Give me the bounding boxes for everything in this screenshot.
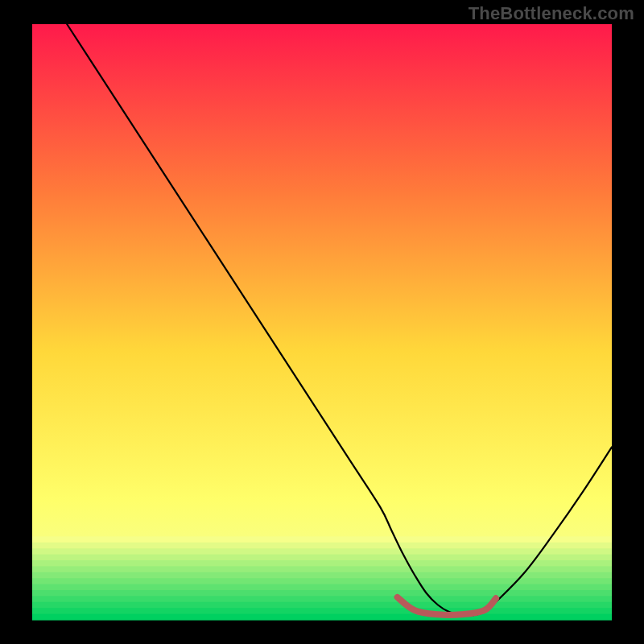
svg-rect-8 xyxy=(32,584,612,591)
svg-rect-0 xyxy=(32,536,612,543)
plot-background xyxy=(32,24,612,620)
watermark-text: TheBottleneck.com xyxy=(469,3,634,24)
bottom-color-bands xyxy=(32,536,612,620)
svg-rect-12 xyxy=(32,608,612,614)
svg-rect-10 xyxy=(32,596,612,602)
svg-rect-4 xyxy=(32,560,612,567)
bottleneck-chart xyxy=(0,0,644,644)
svg-rect-11 xyxy=(32,602,612,609)
svg-rect-2 xyxy=(32,548,612,555)
svg-rect-3 xyxy=(32,555,612,561)
svg-rect-13 xyxy=(32,614,612,621)
svg-rect-1 xyxy=(32,543,612,549)
svg-rect-7 xyxy=(32,578,612,584)
svg-rect-9 xyxy=(32,590,612,597)
